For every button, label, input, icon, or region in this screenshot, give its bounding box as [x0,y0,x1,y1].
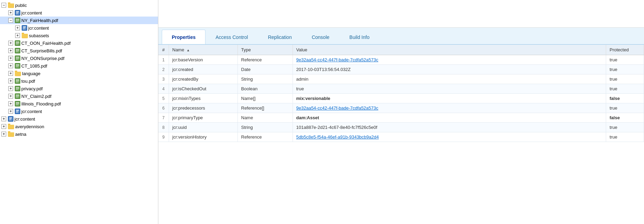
svg-rect-73 [9,120,11,120]
row-protected: true [606,132,644,142]
row-protected: true [606,74,644,84]
tree-item-jcr-content-3[interactable]: + jcr:content [0,108,158,115]
row-value: 2017-10-03T13:56:54.032Z [293,65,606,74]
svg-rect-2 [8,3,14,8]
svg-rect-76 [8,125,14,129]
row-value[interactable]: 5db5c8e5-f54a-46ef-a91b-9343bcb9a2d4 [293,132,606,142]
svg-rect-51 [16,87,19,88]
tree-item-ny-fairhealth[interactable]: − NY_FairHealth.pdf [0,17,158,24]
tab-build-info[interactable]: Build Info [339,30,379,44]
row-value: admin [293,74,606,84]
svg-rect-29 [16,50,19,51]
tab-console[interactable]: Console [302,30,339,44]
tree-label: subassets [29,33,49,38]
tabs-bar: PropertiesAccess ControlReplicationConso… [158,28,644,45]
tree-label: jcr:content [14,116,35,122]
value-link[interactable]: 5db5c8e5-f54a-46ef-a91b-9343bcb9a2d4 [296,134,379,140]
top-bar [158,0,644,28]
tree-label: averydennison [15,124,44,129]
tab-replication[interactable]: Replication [258,30,302,44]
row-num: 8 [158,123,169,132]
tree-panel: − public+ jcr:content− NY_FairHealth.pdf… [0,0,158,224]
row-protected: true [606,123,644,132]
tree-item-jcr-content-4[interactable]: + jcr:content [0,115,158,123]
svg-rect-63 [16,104,18,105]
row-num: 1 [158,55,169,65]
svg-rect-47 [16,81,19,81]
tree-label: Illinois_Flooding.pdf [21,101,61,106]
tree-item-ny-oonsurprise[interactable]: + NY_OONSurprise.pdf [0,54,158,62]
table-row: 2jcr:createdDate2017-10-03T13:56:54.032Z… [158,65,644,74]
tree-item-public[interactable]: − public [0,1,158,9]
tree-label: tou.pdf [21,79,35,84]
row-type: Reference[] [237,103,293,113]
tab-properties[interactable]: Properties [162,30,205,44]
tree-label: aetna [15,132,27,137]
svg-rect-56 [16,95,19,95]
svg-rect-23 [16,42,19,42]
col-num: # [158,45,169,55]
svg-rect-33 [16,57,19,58]
tree-label: privacy.pdf [21,86,43,91]
table-row: 4jcr:isCheckedOutBooleantruetrue [158,84,644,94]
row-type: String [237,74,293,84]
col-name[interactable]: Name ▲ [169,45,237,55]
row-protected: true [606,65,644,74]
right-panel: PropertiesAccess ControlReplicationConso… [158,0,644,224]
row-value[interactable]: 9e32aa54-cc42-447f-bade-7cdfa52a573c [293,55,606,65]
tree-label: CT_SurpriseBills.pdf [21,48,62,53]
svg-rect-61 [16,102,19,103]
svg-rect-6 [16,12,18,13]
tree-label: NY_OONSurprise.pdf [21,56,64,61]
svg-rect-30 [16,51,18,52]
svg-rect-71 [9,118,12,118]
svg-rect-12 [16,21,18,22]
row-name: jcr:created [169,65,237,74]
tree-item-subassets[interactable]: + subassets [0,32,158,39]
tree-item-aetna[interactable]: + aetna [0,130,158,138]
row-type: String [237,123,293,132]
svg-rect-67 [16,111,18,112]
value-link[interactable]: 9e32aa54-cc42-447f-bade-7cdfa52a573c [296,105,379,111]
tree-label: CT_1085.pdf [21,63,47,69]
svg-rect-11 [16,20,19,21]
tree-label: language [22,71,41,76]
tree-label: NY_FairHealth.pdf [21,18,58,23]
svg-rect-17 [23,29,25,29]
svg-rect-28 [16,49,19,50]
row-num: 3 [158,74,169,84]
tree-item-averydennison[interactable]: + averydennison [0,123,158,130]
svg-rect-43 [15,72,21,76]
table-row: 1jcr:baseVersionReference9e32aa54-cc42-4… [158,55,644,65]
table-row: 8jcr:uuidString101a887e-2d21-4c67-8e40-f… [158,123,644,132]
value-link[interactable]: 9e32aa54-cc42-447f-bade-7cdfa52a573c [296,57,379,62]
row-value: true [293,84,606,94]
row-protected: true [606,84,644,94]
svg-rect-52 [16,88,19,89]
tree-item-illinois-flooding[interactable]: + Illinois_Flooding.pdf [0,100,158,108]
svg-rect-38 [16,64,19,65]
tree-label: jcr:content [21,109,42,114]
tree-item-ct-oon[interactable]: + CT_OON_FairHealth.pdf [0,39,158,47]
content-area: # Name ▲ Type Value Protected 1jcr:baseV… [158,45,644,224]
tree-item-jcr-content-2[interactable]: + jcr:content [0,24,158,32]
tree-item-ct-1085[interactable]: + CT_1085.pdf [0,62,158,70]
table-row: 6jcr:predecessorsReference[]9e32aa54-cc4… [158,103,644,113]
tree-item-ny-claim2[interactable]: + NY_Claim2.pdf [0,92,158,100]
tree-item-tou[interactable]: + tou.pdf [0,77,158,85]
tree-item-privacy[interactable]: + privacy.pdf [0,85,158,92]
row-value[interactable]: 9e32aa54-cc42-447f-bade-7cdfa52a573c [293,103,606,113]
row-name: jcr:predecessors [169,103,237,113]
row-name: jcr:mixinTypes [169,94,237,103]
tree-item-language[interactable]: + language [0,70,158,77]
table-row: 7jcr:primaryTypeNamedam:Assetfalse [158,113,644,123]
svg-rect-40 [16,67,18,67]
tree-item-ct-surprise[interactable]: + CT_SurpriseBills.pdf [0,47,158,54]
row-name: jcr:versionHistory [169,132,237,142]
row-num: 9 [158,132,169,142]
svg-rect-25 [16,44,18,44]
table-row: 3jcr:createdByStringadmintrue [158,74,644,84]
col-value: Value [293,45,606,55]
tab-access-control[interactable]: Access Control [205,30,258,44]
tree-item-jcr-content-1[interactable]: + jcr:content [0,9,158,17]
